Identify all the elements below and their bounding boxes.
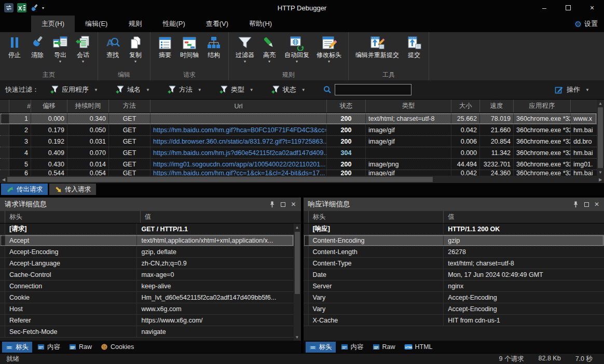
copy-button[interactable]: 复制▾ — [124, 34, 147, 70]
gear-icon: ⚙ — [574, 19, 582, 29]
tab-response-content[interactable]: 内容 — [337, 342, 367, 353]
tab-response-headers[interactable]: 标头 — [306, 342, 336, 353]
header-row[interactable]: Hostwww.x6g.com — [0, 303, 294, 315]
filter-method-button[interactable]: 方法▼ — [168, 85, 202, 94]
clear-brush-icon[interactable] — [30, 4, 38, 12]
session-button[interactable]: 会话▾ — [72, 34, 94, 70]
tab-incoming-requests[interactable]: 传入请求 — [49, 184, 96, 195]
column-header-duration[interactable]: 持续时间 — [67, 100, 109, 113]
column-header-method[interactable]: 方法 — [109, 100, 150, 113]
request-panel-scrollbar[interactable]: ▲ ▼ — [294, 223, 301, 341]
request-row-3[interactable]: 3 0.192 0.031 GET https://dd.browser.360… — [0, 136, 597, 147]
header-column-label[interactable]: 标头 — [5, 211, 141, 223]
column-header-status[interactable]: 状态 — [327, 100, 366, 113]
column-header-url[interactable]: Url — [150, 100, 327, 113]
column-header-type[interactable]: 类型 — [366, 100, 451, 113]
tab-response-html[interactable]: HTML HTML — [401, 342, 436, 352]
tab-request-cookies[interactable]: Cookies — [97, 342, 138, 352]
pin-icon[interactable] — [268, 201, 276, 208]
stop-button[interactable]: 停止 — [3, 34, 26, 70]
filter-button[interactable]: 过滤器▾ — [232, 34, 258, 70]
header-row[interactable]: Cache-Controlmax-age=0 — [0, 269, 294, 281]
tab-request-raw[interactable]: Raw — [65, 342, 95, 352]
customize-toolbar-caret-icon[interactable]: ▾ — [42, 6, 44, 10]
find-button[interactable]: A 查找 — [101, 34, 124, 70]
maximize-panel-icon[interactable] — [584, 202, 589, 207]
header-row[interactable]: VaryAccept-Encoding — [304, 292, 604, 303]
header-row[interactable]: X-CacheHIT from cdn-us-1 — [304, 315, 604, 326]
column-header-offset[interactable]: 偏移 — [31, 100, 67, 113]
column-header-application[interactable]: 应用程序 — [514, 100, 571, 113]
modify-headers-button[interactable]: 修改标头▾ — [313, 34, 345, 70]
minimize-button[interactable]: – — [532, 0, 556, 16]
menu-view[interactable]: 查看(V) — [196, 16, 239, 32]
close-button[interactable]: × — [580, 0, 604, 16]
request-row-2[interactable]: 2 0.179 0.050 GET https://hm.baidu.com/h… — [0, 124, 597, 136]
sync-requests-icon[interactable] — [4, 3, 13, 12]
header-row[interactable]: Accept-Encodinggzip, deflate — [0, 246, 294, 258]
tab-response-raw[interactable]: Raw — [369, 342, 399, 352]
maximize-panel-icon[interactable] — [281, 202, 285, 207]
header-row[interactable]: Accepttext/html,application/xhtml+xml,ap… — [0, 235, 294, 246]
pin-icon[interactable] — [572, 201, 579, 208]
timeline-icon — [182, 35, 197, 51]
menu-rules[interactable]: 规则 — [118, 16, 152, 32]
highlight-button[interactable]: 高亮▾ — [258, 34, 281, 70]
search-input[interactable] — [335, 84, 411, 95]
column-header-num[interactable]: # — [9, 100, 31, 113]
settings-button[interactable]: ⚙ 设置 — [574, 16, 604, 32]
maximize-button[interactable] — [556, 0, 580, 16]
column-header-extra[interactable] — [571, 100, 597, 113]
header-row[interactable]: CookieHm_lvt_d60e542115f2ca02adf147d409b… — [0, 292, 294, 303]
tab-request-headers[interactable]: 标头 — [2, 342, 32, 353]
timeline-button[interactable]: 时间轴 — [176, 34, 202, 70]
close-panel-icon[interactable]: ✕ — [594, 201, 599, 208]
actions-button[interactable]: 操作▼ — [555, 85, 599, 94]
value-column-label[interactable]: 值 — [444, 213, 604, 221]
auto-reply-button[interactable]: 自动回复▾ — [281, 34, 313, 70]
header-row[interactable]: VaryAccept-Encoding — [304, 303, 604, 315]
menu-performance[interactable]: 性能(P) — [152, 16, 195, 32]
request-row-5[interactable]: 5 0.430 0.014 GET https://img01.sogoucdn… — [0, 159, 597, 170]
menu-edit[interactable]: 编辑(E) — [75, 16, 118, 32]
filter-type-button[interactable]: 类型▼ — [219, 85, 254, 94]
clear-button[interactable]: 清除 — [26, 34, 49, 70]
summary-button[interactable]: 摘要 — [154, 34, 176, 70]
value-column-label[interactable]: 值 — [141, 213, 301, 221]
header-row[interactable]: Refererhttps://www.x6g.com/ — [0, 315, 294, 326]
menu-home[interactable]: 主页(H) — [31, 16, 75, 32]
request-url-link: https://hm.baidu.com/hm.js?d60e542115f2c… — [150, 147, 327, 158]
request-row-6[interactable]: 6 0.544 0.054 GET https://hm.baidu.com/h… — [0, 170, 597, 176]
edit-and-resubmit-button[interactable]: 编辑并重新提交 — [352, 34, 403, 70]
requests-vertical-scrollbar[interactable]: ▲ ▼ — [597, 100, 604, 176]
request-row-4[interactable]: 4 0.409 0.070 GET https://hm.baidu.com/h… — [0, 147, 597, 159]
header-row[interactable]: Connectionkeep-alive — [0, 281, 294, 292]
header-row[interactable]: Content-Encodinggzip — [304, 235, 604, 246]
close-panel-icon[interactable]: ✕ — [291, 201, 296, 208]
request-url-link: https://img01.sogoucdn.com/app/a/1005400… — [150, 159, 327, 170]
header-row[interactable]: [请求]GET / HTTP/1.1 — [0, 223, 294, 235]
filter-domain-button[interactable]: 域名▼ — [116, 85, 150, 94]
request-row-1[interactable]: 1 0.000 0.340 GET 200 text/html; charset… — [0, 113, 597, 124]
header-row[interactable]: Content-Typetext/html; charset=utf-8 — [304, 258, 604, 269]
column-header-speed[interactable]: 速度 — [480, 100, 514, 113]
structure-button[interactable]: 结构 — [202, 34, 225, 70]
requests-horizontal-scrollbar[interactable]: ◀ ▶ — [0, 176, 604, 183]
export-button[interactable]: 导出▾ — [49, 34, 72, 70]
incoming-arrow-icon — [54, 186, 62, 193]
filter-application-button[interactable]: 应用程序▼ — [50, 85, 98, 94]
export-excel-icon[interactable]: X — [17, 3, 26, 12]
header-column-label[interactable]: 标头 — [309, 211, 444, 223]
tab-outgoing-requests[interactable]: 传出请求 — [1, 184, 48, 195]
header-row[interactable]: Accept-Languagezh-CN,zh;q=0.9 — [0, 258, 294, 269]
submit-button[interactable]: 提交 — [403, 34, 425, 70]
header-row[interactable]: [响应]HTTP/1.1 200 OK — [304, 223, 604, 235]
menu-help[interactable]: 帮助(H) — [239, 16, 282, 32]
tab-request-content[interactable]: 内容 — [34, 342, 64, 353]
column-header-size[interactable]: 大小 — [451, 100, 480, 113]
header-row[interactable]: DateMon, 17 Jun 2024 02:49:49 GMT — [304, 269, 604, 281]
header-row[interactable]: Servernginx — [304, 281, 604, 292]
header-row[interactable]: Content-Length26278 — [304, 246, 604, 258]
header-row[interactable]: Sec-Fetch-Modenavigate — [0, 326, 294, 338]
filter-status-button[interactable]: 状态▼ — [271, 85, 306, 94]
